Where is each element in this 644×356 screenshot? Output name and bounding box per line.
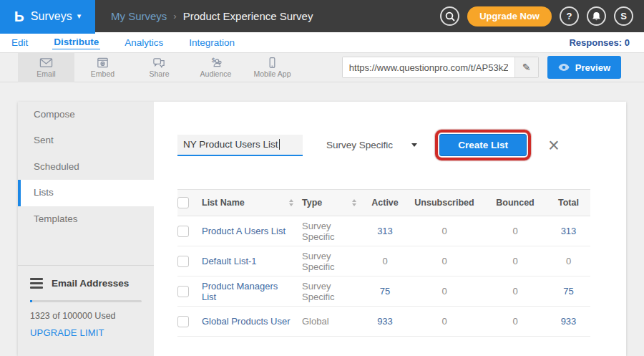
- bounced-count: 0: [484, 256, 547, 266]
- sort-icon[interactable]: [352, 199, 356, 206]
- active-count[interactable]: 933: [365, 316, 405, 327]
- sort-icon[interactable]: [289, 199, 293, 206]
- breadcrumb-current-survey: Product Experience Survey: [183, 10, 313, 22]
- row-checkbox[interactable]: [177, 256, 189, 267]
- bounced-count: 0: [484, 226, 547, 236]
- email-addresses-title: Email Addresses: [52, 278, 129, 289]
- row-checkbox[interactable]: [177, 286, 189, 297]
- upgrade-now-button[interactable]: Upgrade Now: [467, 6, 552, 27]
- survey-nav: Edit Distribute Analytics Integration Re…: [0, 32, 644, 53]
- upgrade-limit-link[interactable]: UPGRADE LIMIT: [30, 327, 104, 338]
- tab-integration[interactable]: Integration: [187, 36, 236, 49]
- total-count: 0: [547, 256, 590, 266]
- table-row: Global Products User Global 933 0 0 933: [177, 307, 590, 337]
- create-list-button[interactable]: Create List: [439, 134, 527, 156]
- list-name-input[interactable]: NY Product Users List: [177, 135, 303, 156]
- list-name-link[interactable]: Product Managers List: [202, 281, 293, 302]
- responses-count[interactable]: Responses: 0: [569, 37, 634, 48]
- channel-email[interactable]: Email: [18, 53, 74, 82]
- column-header-type: Type: [302, 198, 322, 208]
- channel-label: Audience: [200, 69, 232, 78]
- avatar-initial: S: [620, 11, 627, 21]
- usage-text: 1323 of 100000 Used: [30, 311, 142, 321]
- account-avatar[interactable]: S: [614, 6, 633, 26]
- total-count[interactable]: 933: [547, 316, 590, 327]
- top-header: P Surveys ▾ My Surveys › Product Experie…: [0, 0, 644, 32]
- sidebar-item-templates[interactable]: Templates: [18, 206, 154, 232]
- select-all-checkbox[interactable]: [177, 197, 189, 208]
- list-type: Survey Specific: [302, 251, 356, 272]
- column-header-list-name: List Name: [202, 198, 245, 208]
- channel-share[interactable]: Share: [131, 53, 187, 82]
- channel-label: Share: [149, 69, 169, 78]
- usage-progress-fill: [30, 300, 32, 302]
- active-count: 0: [365, 256, 405, 266]
- list-name-link[interactable]: Global Products User: [202, 316, 291, 327]
- questionpro-logo-icon: P: [14, 8, 24, 25]
- survey-url-input[interactable]: [343, 57, 514, 77]
- pencil-icon: ✎: [522, 62, 531, 73]
- active-count[interactable]: 313: [365, 226, 405, 236]
- total-count[interactable]: 313: [547, 226, 590, 236]
- column-header-bounced: Bounced: [484, 198, 547, 208]
- row-checkbox[interactable]: [177, 226, 189, 237]
- list-type: Survey Specific: [302, 281, 356, 302]
- nav-accent-line: [0, 32, 95, 34]
- embed-window-gear-icon: [96, 57, 109, 69]
- lists-content: NY Product Users List Survey Specific Cr…: [154, 102, 626, 356]
- list-name-value: NY Product Users List: [183, 139, 278, 150]
- list-name-link[interactable]: Product A Users List: [202, 226, 286, 236]
- table-row: Default List-1 Survey Specific 0 0 0 0: [177, 246, 590, 276]
- tab-edit[interactable]: Edit: [10, 36, 29, 49]
- unsubscribed-count: 0: [405, 256, 484, 266]
- sidebar-item-scheduled[interactable]: Scheduled: [18, 154, 154, 180]
- breadcrumb-separator-icon: ›: [173, 11, 176, 21]
- bell-icon: [592, 11, 601, 21]
- row-checkbox[interactable]: [177, 316, 189, 327]
- envelope-icon: [39, 57, 53, 69]
- list-name-link[interactable]: Default List-1: [202, 256, 257, 266]
- email-sidebar: Compose Sent Scheduled Lists Templates E…: [18, 102, 154, 356]
- help-button[interactable]: ?: [560, 6, 579, 26]
- column-header-unsubscribed: Unsubscribed: [405, 198, 484, 208]
- eye-icon: [558, 63, 570, 72]
- close-icon[interactable]: ×: [548, 138, 560, 153]
- column-header-active: Active: [365, 198, 405, 208]
- lists-table: List Name Type Active Unsubscribed Bounc…: [177, 189, 590, 337]
- email-addresses-summary: Email Addresses 1323 of 100000 Used UPGR…: [18, 265, 154, 339]
- list-lines-icon: [30, 278, 43, 289]
- bounced-count: 0: [484, 316, 547, 327]
- chevron-down-icon: ▾: [77, 11, 82, 21]
- surveys-product-menu[interactable]: P Surveys ▾: [0, 0, 95, 32]
- channel-mobile-app[interactable]: Mobile App: [244, 53, 301, 82]
- bounced-count: 0: [484, 286, 547, 297]
- sidebar-item-lists[interactable]: Lists: [18, 180, 154, 206]
- sidebar-item-sent[interactable]: Sent: [18, 128, 154, 153]
- total-count[interactable]: 75: [547, 286, 590, 297]
- product-name: Surveys: [31, 10, 72, 23]
- channel-audience[interactable]: $ Audience: [187, 53, 244, 82]
- breadcrumb-my-surveys[interactable]: My Surveys: [111, 10, 167, 22]
- lists-panel: Compose Sent Scheduled Lists Templates E…: [18, 102, 626, 356]
- column-header-total: Total: [547, 198, 590, 208]
- preview-button[interactable]: Preview: [547, 56, 621, 79]
- text-cursor: [279, 139, 280, 150]
- edit-url-button[interactable]: ✎: [514, 57, 538, 77]
- tab-distribute[interactable]: Distribute: [52, 35, 100, 49]
- list-type: Survey Specific: [302, 221, 356, 242]
- usage-progress-bar: [30, 300, 142, 302]
- search-icon: [445, 11, 455, 21]
- svg-text:$: $: [212, 57, 215, 64]
- list-type-select[interactable]: Survey Specific: [326, 140, 417, 150]
- preview-label: Preview: [575, 62, 610, 73]
- active-count[interactable]: 75: [365, 286, 405, 297]
- sidebar-item-compose[interactable]: Compose: [18, 102, 154, 128]
- red-highlight-annotation: Create List: [435, 130, 531, 160]
- tab-analytics[interactable]: Analytics: [123, 36, 165, 49]
- header-actions: Upgrade Now ? S: [440, 6, 644, 27]
- notifications-button[interactable]: [587, 6, 606, 26]
- question-mark-icon: ?: [567, 11, 572, 21]
- search-button[interactable]: [440, 6, 459, 26]
- chevron-down-icon: [411, 143, 417, 147]
- channel-embed[interactable]: Embed: [74, 53, 131, 82]
